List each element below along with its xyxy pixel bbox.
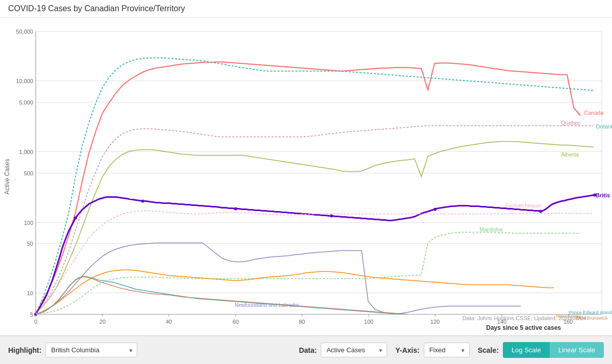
svg-text:Prince Edward Island: Prince Edward Island bbox=[569, 310, 612, 315]
highlight-group: Highlight: British Columbia None Alberta… bbox=[8, 343, 137, 357]
svg-text:Days since 5 active cases: Days since 5 active cases bbox=[486, 324, 561, 331]
linear-scale-button[interactable]: Linear Scale bbox=[550, 342, 604, 358]
svg-text:120: 120 bbox=[430, 319, 440, 325]
title-bar: COVID-19 Cases by Canadian Province/Terr… bbox=[0, 0, 612, 18]
highlight-select[interactable]: British Columbia None Alberta Ontario Qu… bbox=[45, 343, 137, 357]
svg-text:Canada: Canada bbox=[584, 110, 604, 116]
data-select-wrapper: Active Cases Confirmed Cases Deaths Reco… bbox=[321, 343, 387, 357]
svg-point-46 bbox=[74, 217, 77, 220]
svg-point-51 bbox=[539, 210, 542, 213]
page-title: COVID-19 Cases by Canadian Province/Terr… bbox=[8, 4, 604, 13]
svg-text:20: 20 bbox=[99, 319, 106, 325]
svg-point-47 bbox=[141, 200, 144, 203]
svg-text:10: 10 bbox=[27, 290, 33, 296]
svg-text:80: 80 bbox=[299, 319, 305, 325]
controls-bar: Highlight: British Columbia None Alberta… bbox=[0, 335, 612, 364]
scale-group: Scale: Log Scale Linear Scale bbox=[478, 342, 604, 358]
yaxis-select-wrapper: Fixed Auto ▼ bbox=[424, 343, 470, 357]
attribution: Data: Johns Hopkins CSSE; Updated: 2020/… bbox=[463, 315, 586, 321]
scale-label: Scale: bbox=[478, 346, 499, 354]
svg-text:Ontario: Ontario bbox=[596, 123, 612, 129]
yaxis-group: Y-Axis: Fixed Auto ▼ bbox=[395, 343, 469, 357]
svg-text:60: 60 bbox=[233, 319, 239, 325]
data-group: Data: Active Cases Confirmed Cases Death… bbox=[299, 343, 387, 357]
svg-text:Manitoba: Manitoba bbox=[479, 226, 503, 232]
svg-text:10,000: 10,000 bbox=[16, 78, 33, 84]
main-container: COVID-19 Cases by Canadian Province/Terr… bbox=[0, 0, 612, 364]
svg-text:50: 50 bbox=[27, 241, 33, 247]
svg-text:Saskatchewan: Saskatchewan bbox=[505, 202, 542, 209]
svg-text:Active Cases: Active Cases bbox=[4, 159, 11, 194]
svg-text:5,000: 5,000 bbox=[19, 99, 33, 106]
chart-svg: 50,000 10,000 5,000 1,000 500 100 50 10 … bbox=[0, 18, 612, 335]
svg-text:40: 40 bbox=[166, 319, 172, 325]
svg-text:Quebec: Quebec bbox=[561, 120, 581, 126]
svg-text:1,000: 1,000 bbox=[19, 149, 33, 155]
svg-text:100: 100 bbox=[24, 220, 33, 226]
data-select[interactable]: Active Cases Confirmed Cases Deaths Reco… bbox=[321, 343, 387, 357]
svg-text:500: 500 bbox=[24, 170, 33, 176]
chart-area: 50,000 10,000 5,000 1,000 500 100 50 10 … bbox=[0, 18, 612, 335]
svg-point-49 bbox=[330, 215, 333, 218]
svg-text:100: 100 bbox=[364, 319, 373, 325]
log-scale-button[interactable]: Log Scale bbox=[503, 342, 550, 358]
svg-text:50,000: 50,000 bbox=[16, 29, 33, 35]
svg-point-50 bbox=[434, 208, 437, 211]
svg-text:0: 0 bbox=[34, 319, 37, 325]
yaxis-label: Y-Axis: bbox=[395, 346, 419, 354]
highlight-label: Highlight: bbox=[8, 346, 41, 354]
svg-text:Alberta: Alberta bbox=[561, 151, 579, 158]
data-label: Data: bbox=[299, 346, 317, 354]
svg-text:Britis: Britis bbox=[596, 192, 610, 198]
svg-point-48 bbox=[234, 207, 237, 211]
highlight-select-wrapper: British Columbia None Alberta Ontario Qu… bbox=[45, 343, 137, 357]
scale-buttons: Log Scale Linear Scale bbox=[503, 342, 604, 358]
yaxis-select[interactable]: Fixed Auto bbox=[424, 343, 470, 357]
svg-text:5: 5 bbox=[30, 311, 33, 318]
